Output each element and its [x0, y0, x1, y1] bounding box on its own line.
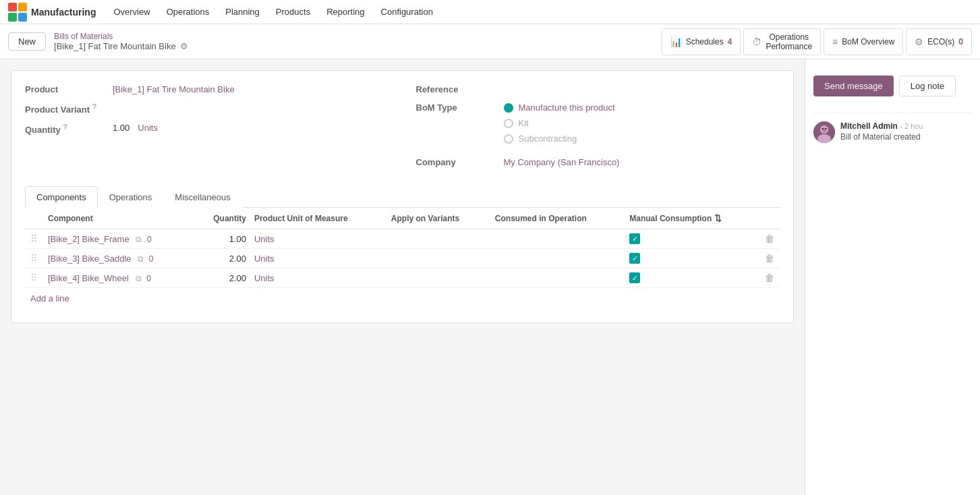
th-variants: Apply on Variants [386, 208, 490, 229]
schedules-icon: 📊 [670, 36, 682, 47]
radio-kit [504, 119, 513, 128]
eco-label: ECO(s) [927, 37, 954, 47]
message-actions: Send message Log note [813, 67, 972, 105]
manual-cell: ✓ [624, 249, 759, 268]
unit-value[interactable]: Units [254, 273, 275, 283]
form-right: Reference BoM Type Manufacture this prod… [416, 84, 780, 175]
unit-value[interactable]: Units [254, 234, 275, 244]
bom-label: BoM Overview [842, 37, 894, 47]
send-message-button[interactable]: Send message [813, 76, 894, 96]
unit-cell: Units [249, 229, 386, 249]
unit-value[interactable]: Units [254, 254, 275, 264]
copy-count[interactable]: 0 [149, 254, 154, 264]
table-row: ⠿ [Bike_3] Bike_Saddle ⧉ 0 2.00 Units ✓ … [25, 249, 780, 268]
consumed-cell [490, 249, 624, 268]
product-value[interactable]: [Bike_1] Fat Tire Mountain Bike [113, 84, 235, 94]
chat-message: Mitchell Admin - 2 hou Bill of Material … [813, 121, 972, 143]
product-label: Product [25, 84, 113, 94]
th-drag [25, 208, 42, 229]
form-left: Product [Bike_1] Fat Tire Mountain Bike … [25, 84, 389, 175]
manual-checkbox[interactable]: ✓ [629, 253, 640, 264]
message-text: Bill of Material created [840, 132, 923, 142]
component-name-link[interactable]: [Bike_3] Bike_Saddle [48, 254, 132, 264]
avatar [813, 121, 835, 143]
th-manual: Manual Consumption ⇅ [624, 208, 759, 229]
variants-cell [386, 229, 490, 249]
nav-reporting[interactable]: Reporting [320, 3, 371, 21]
right-panel: Send message Log note Mitchell Admi [805, 59, 980, 495]
nav-products[interactable]: Products [269, 3, 317, 21]
th-consumed: Consumed in Operation [490, 208, 624, 229]
settings-icon[interactable]: ⚙ [180, 41, 188, 51]
tab-miscellaneous[interactable]: Miscellaneous [163, 186, 241, 208]
reference-label: Reference [416, 84, 504, 94]
delete-icon[interactable]: 🗑 [765, 272, 774, 283]
copy-count[interactable]: 0 [146, 274, 151, 283]
toolbar-actions: 📊 Schedules 4 ⏱ OperationsPerformance ≡ … [662, 28, 972, 55]
manual-checkbox[interactable]: ✓ [629, 272, 640, 283]
svg-rect-3 [18, 13, 27, 22]
reference-row: Reference [416, 84, 780, 94]
log-note-button[interactable]: Log note [899, 76, 956, 96]
message-content: Mitchell Admin - 2 hou Bill of Material … [840, 121, 923, 143]
component-name-link[interactable]: [Bike_2] Bike_Frame [48, 234, 129, 244]
breadcrumb: Bills of Materials [Bike_1] Fat Tire Mou… [54, 32, 188, 51]
form-top: Product [Bike_1] Fat Tire Mountain Bike … [25, 84, 780, 175]
tab-components[interactable]: Components [25, 186, 98, 208]
bom-type-subcontracting[interactable]: Subcontracting [504, 134, 615, 144]
copy-count[interactable]: 0 [147, 235, 152, 244]
variants-cell [386, 249, 490, 268]
qty-cell: 2.00 [195, 268, 249, 288]
unit-cell: Units [249, 268, 386, 288]
copy-icon[interactable]: ⧉ [138, 254, 144, 264]
app-name: Manufacturing [31, 7, 96, 18]
bom-type-kit[interactable]: Kit [504, 118, 615, 128]
form-card: Product [Bike_1] Fat Tire Mountain Bike … [11, 70, 794, 323]
quantity-unit[interactable]: Units [138, 123, 158, 135]
th-unit: Product Unit of Measure [249, 208, 386, 229]
components-table: Component Quantity Product Unit of Measu… [25, 208, 780, 309]
eco-button[interactable]: ⚙ ECO(s) 0 [906, 28, 972, 55]
operations-performance-button[interactable]: ⏱ OperationsPerformance [743, 28, 821, 55]
drag-handle-icon[interactable]: ⠿ [30, 233, 37, 244]
drag-handle-icon[interactable]: ⠿ [30, 272, 37, 283]
main-content: Product [Bike_1] Fat Tire Mountain Bike … [0, 59, 805, 495]
schedules-button[interactable]: 📊 Schedules 4 [662, 28, 741, 55]
nav-overview[interactable]: Overview [107, 3, 156, 21]
operations-label: OperationsPerformance [766, 32, 812, 51]
component-name-cell: [Bike_4] Bike_Wheel ⧉ 0 [42, 268, 195, 288]
bom-type-manufacture[interactable]: Manufacture this product [504, 103, 615, 113]
manual-cell: ✓ [624, 268, 759, 288]
filter-icon[interactable]: ⇅ [714, 213, 722, 223]
nav-configuration[interactable]: Configuration [374, 3, 440, 21]
svg-point-8 [825, 128, 827, 130]
svg-rect-0 [8, 3, 17, 11]
company-value[interactable]: My Company (San Francisco) [504, 157, 620, 167]
breadcrumb-current: [Bike_1] Fat Tire Mountain Bike ⚙ [54, 41, 188, 51]
delete-icon[interactable]: 🗑 [765, 253, 774, 264]
tab-operations[interactable]: Operations [98, 186, 164, 208]
message-time: - 2 hou [900, 122, 923, 130]
variants-cell [386, 268, 490, 288]
product-row: Product [Bike_1] Fat Tire Mountain Bike [25, 84, 389, 94]
nav-planning[interactable]: Planning [219, 3, 266, 21]
qty-cell: 1.00 [195, 229, 249, 249]
delete-icon[interactable]: 🗑 [765, 233, 774, 244]
radio-subcontracting-label: Subcontracting [519, 134, 577, 144]
manual-checkbox[interactable]: ✓ [629, 233, 640, 244]
copy-icon[interactable]: ⧉ [136, 274, 142, 283]
nav-operations[interactable]: Operations [160, 3, 217, 21]
new-button[interactable]: New [8, 32, 46, 51]
th-quantity: Quantity [195, 208, 249, 229]
quantity-help-icon[interactable]: ? [63, 123, 67, 131]
help-icon[interactable]: ? [92, 103, 97, 111]
drag-handle-icon[interactable]: ⠿ [30, 253, 37, 264]
breadcrumb-parent[interactable]: Bills of Materials [54, 32, 188, 41]
product-variant-label: Product Variant ? [25, 103, 113, 115]
bom-overview-button[interactable]: ≡ BoM Overview [824, 28, 903, 55]
add-line-button[interactable]: Add a line [25, 288, 75, 309]
delete-cell: 🗑 [759, 249, 780, 268]
component-name-link[interactable]: [Bike_4] Bike_Wheel [48, 273, 129, 283]
copy-icon[interactable]: ⧉ [136, 235, 142, 244]
bom-icon: ≡ [832, 36, 838, 47]
